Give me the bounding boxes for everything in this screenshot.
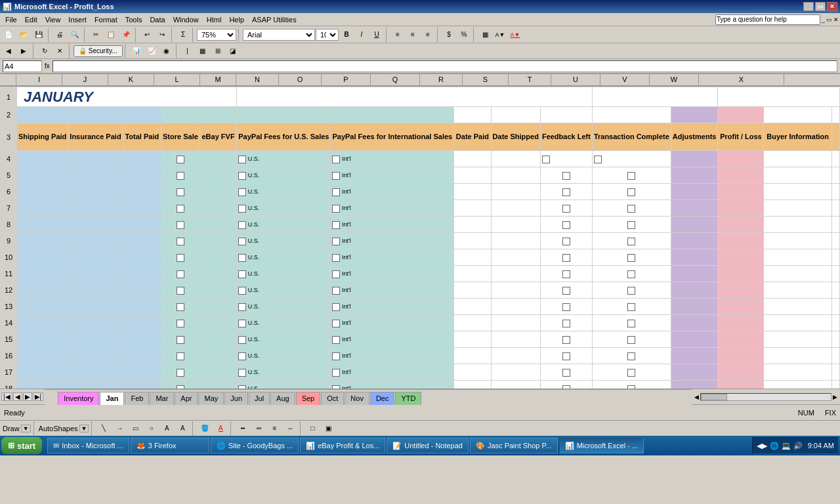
r2c6[interactable] xyxy=(237,107,331,123)
col-header-m[interactable]: M xyxy=(200,74,236,85)
align-left-btn[interactable]: ≡ xyxy=(390,28,405,42)
menu-file[interactable]: File xyxy=(1,14,21,25)
copy-btn[interactable]: 📋 xyxy=(104,28,118,42)
zoom-combo[interactable]: 75%100%50% xyxy=(197,29,236,41)
col-header-o[interactable]: O xyxy=(279,74,322,85)
header-date-shipped[interactable]: Date Shipped xyxy=(491,123,540,151)
col-header-k[interactable]: K xyxy=(108,74,154,85)
r2c15[interactable] xyxy=(831,107,839,123)
tb2-btn7[interactable]: ◪ xyxy=(226,44,240,58)
header-insurance[interactable]: Insurance Paid xyxy=(68,123,123,151)
font-combo[interactable]: Arial xyxy=(243,29,315,41)
tab-aug[interactable]: Aug xyxy=(270,392,295,405)
tb2-btn4[interactable]: | xyxy=(180,44,195,58)
tab-feb[interactable]: Feb xyxy=(125,392,149,405)
hscroll-thumb[interactable] xyxy=(701,394,727,400)
tab-sep[interactable]: Sep xyxy=(296,392,321,405)
tab-prev-btn[interactable]: ◀ xyxy=(13,392,22,401)
formula-input[interactable] xyxy=(52,60,837,72)
arrow-style-btn[interactable]: ↔ xyxy=(283,421,297,436)
r2c7[interactable] xyxy=(331,107,454,123)
draw-dropdown-btn[interactable]: ▼ xyxy=(21,425,31,432)
r2c3[interactable] xyxy=(123,107,161,123)
oval-btn[interactable]: ○ xyxy=(144,421,158,436)
header-buyer-info[interactable]: Buyer Information xyxy=(764,123,832,151)
january-cell[interactable]: JANUARY xyxy=(17,87,237,107)
tb2-chart[interactable]: 📊 xyxy=(129,44,144,58)
col-header-p[interactable]: P xyxy=(322,74,371,85)
r2c8[interactable] xyxy=(454,107,491,123)
menu-data[interactable]: Data xyxy=(146,14,169,25)
wordart-btn[interactable]: A xyxy=(175,421,190,436)
name-box[interactable] xyxy=(3,60,42,72)
r2c9[interactable] xyxy=(491,107,540,123)
taskbar-site[interactable]: 🌐 Site - GoodyBags ... xyxy=(211,438,299,453)
menu-insert[interactable]: Insert xyxy=(64,14,91,25)
cut-btn[interactable]: ✂ xyxy=(89,28,103,42)
fontsize-combo[interactable]: 10812 xyxy=(316,29,339,41)
col-header-j[interactable]: J xyxy=(62,74,108,85)
restore-btn[interactable]: ▭ xyxy=(815,2,826,11)
col-header-l[interactable]: L xyxy=(154,74,200,85)
start-button[interactable]: ⊞ start xyxy=(1,437,42,454)
r2c12[interactable] xyxy=(671,107,718,123)
menu-close-btn[interactable]: ✕ xyxy=(833,16,839,23)
percent-btn[interactable]: % xyxy=(457,28,471,42)
header-ebay-fvf[interactable]: eBay FVF xyxy=(200,123,236,151)
col-header-v[interactable]: V xyxy=(600,74,650,85)
line-style3-btn[interactable]: ≡ xyxy=(267,421,282,436)
taskbar-inbox[interactable]: ✉ Inbox - Microsoft ... xyxy=(47,438,129,453)
tb2-refresh[interactable]: ↻ xyxy=(37,44,52,58)
tb2-btn2[interactable]: ▶ xyxy=(16,44,31,58)
tab-dec[interactable]: Dec xyxy=(370,392,395,405)
taskbar-notepad[interactable]: 📝 Untitled - Notepad xyxy=(387,438,469,453)
r2c10[interactable] xyxy=(540,107,592,123)
close-btn[interactable]: ✕ xyxy=(827,2,837,11)
tab-mar[interactable]: Mar xyxy=(150,392,174,405)
header-paypal-intl[interactable]: PayPal Fees for International Sales xyxy=(331,123,454,151)
menu-window[interactable]: Window xyxy=(169,14,203,25)
tab-jan[interactable]: Jan xyxy=(100,392,124,405)
tb2-chart2[interactable]: 📈 xyxy=(144,44,159,58)
menu-view[interactable]: View xyxy=(41,14,65,25)
col-header-s[interactable]: S xyxy=(463,74,509,85)
header-paypal-us[interactable]: PayPal Fees for U.S. Sales xyxy=(237,123,331,151)
col-header-x[interactable]: X xyxy=(699,74,784,85)
grid-wrapper[interactable]: 1 JANUARY 2 xyxy=(0,87,840,388)
shadow-btn[interactable]: □ xyxy=(305,421,320,436)
r2c11[interactable] xyxy=(592,107,671,123)
tab-next-btn[interactable]: ▶ xyxy=(23,392,32,401)
menu-edit[interactable]: Edit xyxy=(21,14,41,25)
header-adjustments[interactable]: Adjustments xyxy=(671,123,718,151)
tb2-btn5[interactable]: ▦ xyxy=(196,44,210,58)
tab-jun[interactable]: Jun xyxy=(224,392,248,405)
text-box-btn[interactable]: A xyxy=(159,421,174,436)
save-btn[interactable]: 💾 xyxy=(32,28,46,42)
arrow-btn[interactable]: → xyxy=(112,421,127,436)
r2c1[interactable] xyxy=(17,107,68,123)
bold-btn[interactable]: B xyxy=(339,28,354,42)
minimize-btn[interactable]: _ xyxy=(803,2,814,11)
open-btn[interactable]: 📂 xyxy=(16,28,31,42)
currency-btn[interactable]: $ xyxy=(442,28,456,42)
line-style-btn[interactable]: ━ xyxy=(236,421,250,436)
italic-btn[interactable]: I xyxy=(354,28,369,42)
col-header-w[interactable]: W xyxy=(650,74,699,85)
new-btn[interactable]: 📄 xyxy=(1,28,16,42)
fill-btn[interactable]: 🪣 xyxy=(198,421,212,436)
r2c5[interactable] xyxy=(200,107,236,123)
underline-btn[interactable]: U xyxy=(369,28,384,42)
menu-restore-btn[interactable]: ▭ xyxy=(826,16,832,23)
header-store-sale[interactable]: Store Sale xyxy=(161,123,200,151)
r2c13[interactable] xyxy=(718,107,764,123)
header-feedback[interactable]: Feedback Left xyxy=(540,123,592,151)
tb2-btn3[interactable]: ◉ xyxy=(159,44,174,58)
col-header-u[interactable]: U xyxy=(551,74,600,85)
line-btn[interactable]: ╲ xyxy=(96,421,111,436)
menu-tools[interactable]: Tools xyxy=(121,14,146,25)
tab-nov[interactable]: Nov xyxy=(345,392,369,405)
3d-btn[interactable]: ▣ xyxy=(321,421,335,436)
menu-asap[interactable]: ASAP Utilities xyxy=(248,14,301,25)
r2c4[interactable] xyxy=(161,107,200,123)
paste-btn[interactable]: 📌 xyxy=(119,28,133,42)
